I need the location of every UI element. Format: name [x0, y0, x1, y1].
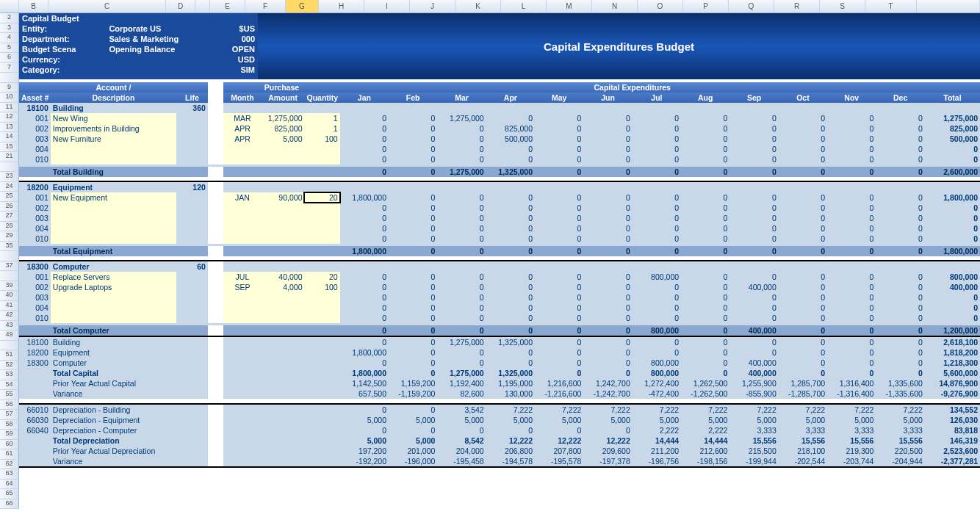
- cell[interactable]: [176, 347, 208, 358]
- row-header[interactable]: 39: [0, 281, 18, 292]
- cell[interactable]: [304, 203, 339, 213]
- cell[interactable]: 1,800,000: [340, 192, 389, 203]
- cell[interactable]: 0: [486, 325, 535, 336]
- cell[interactable]: 0: [437, 325, 486, 336]
- cell[interactable]: 0: [827, 154, 876, 164]
- cell[interactable]: 0: [486, 272, 535, 282]
- cell[interactable]: [223, 368, 339, 378]
- cell[interactable]: 0: [729, 223, 778, 234]
- cell[interactable]: 18100: [19, 337, 51, 347]
- cell[interactable]: 0: [437, 246, 486, 256]
- cell[interactable]: [223, 261, 339, 272]
- cell[interactable]: 0: [779, 347, 827, 358]
- cell[interactable]: 0: [389, 325, 437, 336]
- cell[interactable]: 0: [729, 246, 778, 256]
- cell[interactable]: 0: [583, 368, 632, 378]
- cell[interactable]: -203,744: [827, 456, 876, 466]
- cell[interactable]: 0: [535, 368, 583, 378]
- cell[interactable]: 215,500: [729, 446, 778, 456]
- cell[interactable]: Aug: [681, 93, 729, 103]
- cell[interactable]: [176, 167, 208, 177]
- cell[interactable]: 001: [19, 192, 51, 203]
- cell[interactable]: [176, 446, 208, 456]
- cell[interactable]: [51, 213, 176, 223]
- cell[interactable]: 0: [633, 234, 681, 244]
- cell[interactable]: [729, 182, 778, 192]
- cell[interactable]: 209,600: [583, 446, 632, 456]
- cell[interactable]: [208, 134, 223, 144]
- cell[interactable]: 0: [681, 358, 729, 368]
- cell[interactable]: -195,578: [535, 456, 583, 466]
- row-header[interactable]: 27: [0, 212, 18, 222]
- row-header[interactable]: 65: [0, 489, 18, 499]
- cell[interactable]: JAN: [223, 192, 261, 203]
- cell[interactable]: [262, 144, 305, 154]
- cell[interactable]: 0: [583, 213, 632, 223]
- cell[interactable]: [729, 103, 778, 113]
- col-header-C[interactable]: C: [48, 0, 166, 12]
- col-header-[interactable]: [195, 0, 210, 12]
- cell[interactable]: 0: [876, 246, 924, 256]
- cell[interactable]: 0: [729, 154, 778, 164]
- cell[interactable]: -204,944: [876, 456, 924, 466]
- cell[interactable]: Total Depreciation: [51, 435, 176, 446]
- cell[interactable]: 0: [535, 123, 583, 134]
- cell[interactable]: 207,800: [535, 446, 583, 456]
- cell[interactable]: Replace Servers: [51, 272, 176, 282]
- cell[interactable]: Depreciation - Computer: [51, 425, 176, 435]
- cell[interactable]: [176, 378, 208, 388]
- cell[interactable]: 0: [827, 325, 876, 336]
- cell[interactable]: [486, 103, 535, 113]
- cell[interactable]: [208, 82, 223, 93]
- cell[interactable]: [583, 103, 632, 113]
- cell[interactable]: [208, 313, 223, 323]
- row-header[interactable]: 37: [0, 261, 18, 272]
- cell[interactable]: 0: [535, 213, 583, 223]
- col-header-S[interactable]: S: [820, 0, 865, 12]
- cell[interactable]: 1,800,000: [925, 192, 980, 203]
- cell[interactable]: 0: [583, 223, 632, 234]
- cell[interactable]: 0: [779, 203, 827, 213]
- row-header[interactable]: 14: [0, 132, 18, 142]
- cell[interactable]: 0: [389, 292, 437, 303]
- row-header[interactable]: [0, 73, 18, 83]
- cell[interactable]: 400,000: [925, 282, 980, 292]
- cell[interactable]: 0: [681, 347, 729, 358]
- cell[interactable]: 0: [729, 347, 778, 358]
- cell[interactable]: 0: [827, 347, 876, 358]
- cell[interactable]: 0: [876, 203, 924, 213]
- cell[interactable]: 0: [535, 134, 583, 144]
- cell[interactable]: [304, 234, 339, 244]
- cell[interactable]: 1,142,500: [340, 378, 389, 388]
- cell[interactable]: 0: [437, 272, 486, 282]
- cell[interactable]: Life: [176, 93, 208, 103]
- col-header-I[interactable]: I: [364, 0, 410, 12]
- cell[interactable]: 12,222: [583, 435, 632, 446]
- cell[interactable]: [176, 213, 208, 223]
- cell[interactable]: [223, 203, 261, 213]
- row-header[interactable]: 29: [0, 231, 18, 242]
- cell[interactable]: -2,377,281: [925, 456, 980, 466]
- cell[interactable]: 1,275,000: [437, 337, 486, 347]
- cell[interactable]: 0: [437, 358, 486, 368]
- row-header[interactable]: 9: [0, 83, 18, 93]
- cell[interactable]: [827, 261, 876, 272]
- cell[interactable]: 0: [437, 292, 486, 303]
- cell[interactable]: 0: [583, 272, 632, 282]
- cell[interactable]: 0: [583, 303, 632, 313]
- row-header[interactable]: 3: [0, 24, 18, 34]
- cell[interactable]: 0: [486, 282, 535, 292]
- cell[interactable]: 0: [437, 203, 486, 213]
- cell[interactable]: Variance: [51, 388, 176, 399]
- cell[interactable]: 0: [779, 292, 827, 303]
- cell[interactable]: 0: [535, 203, 583, 213]
- cell[interactable]: 0: [729, 213, 778, 223]
- cell[interactable]: [208, 358, 223, 368]
- row-header[interactable]: [0, 341, 18, 351]
- cell[interactable]: [340, 182, 389, 192]
- cell[interactable]: 5,000: [389, 435, 437, 446]
- cell[interactable]: [681, 261, 729, 272]
- cell[interactable]: [51, 234, 176, 244]
- corner-cell[interactable]: [0, 0, 19, 12]
- cell[interactable]: Computer: [51, 358, 176, 368]
